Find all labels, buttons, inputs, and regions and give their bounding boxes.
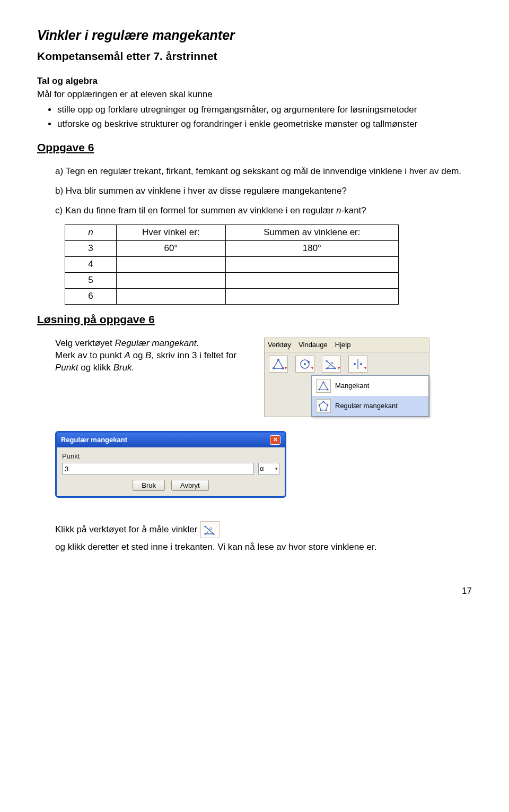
svg-point-10 <box>326 360 327 361</box>
chevron-down-icon: ▾ <box>311 366 313 372</box>
dialog-punkt-label: Punkt <box>62 452 279 461</box>
tool-angle-icon[interactable]: α ▾ <box>322 356 341 373</box>
angle-tool-icon[interactable]: α <box>200 521 220 538</box>
velg-pre: Velg verktøyet <box>55 338 115 348</box>
alpha-label: α <box>260 464 264 473</box>
tool-reflect-icon[interactable]: ▾ <box>348 356 367 373</box>
cell-each <box>117 272 226 288</box>
svg-point-16 <box>322 381 324 383</box>
angle-table: n Hver vinkel er: Summen av vinklene er:… <box>65 224 399 305</box>
alpha-dropdown[interactable]: α ▾ <box>258 463 279 474</box>
svg-point-25 <box>205 533 206 535</box>
cell-each: 60° <box>117 240 226 256</box>
item-c-post: -kant? <box>341 205 366 215</box>
merk-bruk: Bruk. <box>113 362 135 373</box>
flyout-regular-mangekant[interactable]: Regulær mangekant <box>312 396 428 416</box>
chevron-down-icon: ▾ <box>364 366 366 372</box>
svg-point-6 <box>308 361 310 363</box>
merk-m1: og <box>130 350 145 360</box>
toolbar-window: Verktøy Vindauge Hjelp ▾ ▾ α ▾ ▾ <box>264 338 429 417</box>
svg-point-5 <box>304 363 306 365</box>
svg-text:α: α <box>331 360 334 365</box>
svg-point-8 <box>326 367 327 369</box>
table-row: 5 <box>65 272 399 288</box>
merk-b: B, <box>145 350 154 360</box>
svg-point-21 <box>326 409 327 411</box>
svg-point-15 <box>318 388 320 390</box>
merk-punkt: Punkt <box>55 362 78 373</box>
merk-m3: og klikk <box>78 362 113 373</box>
regular-mangekant-dialog: Regulær mangekant ✕ Punkt α ▾ Bruk Avbry… <box>55 431 286 498</box>
tool-flyout: Mangekant Regulær mangekant <box>311 375 429 417</box>
oppgave-heading: Oppgave 6 <box>37 140 472 155</box>
svg-point-2 <box>277 359 279 361</box>
instruction-block: Velg verktøyet Regulær mangekant. Merk a… <box>37 338 251 374</box>
bullet-2: utforske og beskrive strukturer og foran… <box>57 118 472 131</box>
th-n: n <box>65 225 117 241</box>
cell-sum: 180° <box>225 240 398 256</box>
bruk-button[interactable]: Bruk <box>133 480 165 491</box>
item-b: b) Hva blir summen av vinklene i hver av… <box>55 185 472 197</box>
close-icon[interactable]: ✕ <box>270 435 280 445</box>
page-subtitle: Kompetansemål etter 7. årstrinnet <box>37 49 472 64</box>
page-title: Vinkler i regulære mangekanter <box>37 27 472 45</box>
losning-heading: Løsning på oppgave 6 <box>37 312 472 327</box>
svg-point-17 <box>327 388 328 390</box>
svg-marker-0 <box>274 360 283 368</box>
bullet-1: stille opp og forklare utregninger og fr… <box>57 104 472 116</box>
cell-each <box>117 256 226 272</box>
avbryt-button[interactable]: Avbryt <box>171 480 209 491</box>
table-row: 4 <box>65 256 399 272</box>
klikk-text-1: Klikk på verktøyet for å måle vinkler <box>55 524 197 536</box>
svg-point-9 <box>334 367 336 369</box>
cell-n: 3 <box>65 240 117 256</box>
flyout-regular-label: Regulær mangekant <box>335 401 398 411</box>
th-each: Hver vinkel er: <box>117 225 226 241</box>
regular-polygon-icon <box>316 399 331 413</box>
svg-point-19 <box>323 401 324 402</box>
flyout-mangekant[interactable]: Mangekant <box>312 376 428 396</box>
svg-marker-18 <box>319 402 328 410</box>
tool-polygon-icon[interactable]: ▾ <box>269 356 288 373</box>
menu-hjelp[interactable]: Hjelp <box>335 340 351 350</box>
table-row: 3 60° 180° <box>65 240 399 256</box>
cell-each <box>117 288 226 304</box>
klikk-text-2: og klikk deretter et sted inne i trekant… <box>55 541 376 554</box>
svg-point-22 <box>320 409 322 411</box>
section-heading: Tal og algebra <box>37 75 472 88</box>
chevron-down-icon: ▾ <box>338 366 340 372</box>
cell-n: 4 <box>65 256 117 272</box>
svg-point-23 <box>319 404 320 405</box>
merk-m2: skriv inn 3 i feltet for <box>154 350 236 360</box>
velg-ital: Regulær mangekant. <box>115 338 199 348</box>
svg-point-3 <box>282 367 284 369</box>
svg-marker-14 <box>319 382 328 390</box>
page-number: 17 <box>37 585 472 598</box>
merk-pre: Merk av to punkt <box>55 350 124 360</box>
flyout-mangekant-label: Mangekant <box>335 381 369 391</box>
tool-circle-icon[interactable]: ▾ <box>295 356 314 373</box>
polygon-icon <box>316 379 331 393</box>
svg-point-12 <box>354 363 356 365</box>
merk-a: A <box>124 350 130 360</box>
th-sum: Summen av vinklene er: <box>225 225 398 241</box>
menu-verktoy[interactable]: Verktøy <box>268 340 291 350</box>
menu-vindauge[interactable]: Vindauge <box>299 340 328 350</box>
punkt-input[interactable] <box>62 463 254 474</box>
chevron-down-icon: ▾ <box>275 465 278 472</box>
cell-sum <box>225 288 398 304</box>
cell-sum <box>225 272 398 288</box>
item-c: c) Kan du finne fram til en formel for s… <box>55 205 472 217</box>
table-row: 6 <box>65 288 399 304</box>
cell-n: 5 <box>65 272 117 288</box>
svg-point-13 <box>360 363 362 365</box>
item-c-pre: c) Kan du finne fram til en formel for s… <box>55 205 336 215</box>
dialog-title: Regulær mangekant <box>61 435 127 445</box>
cell-sum <box>225 256 398 272</box>
svg-point-27 <box>205 526 206 528</box>
item-c-ital: n <box>336 205 341 215</box>
svg-point-26 <box>213 533 215 535</box>
chevron-down-icon: ▾ <box>285 366 287 372</box>
svg-text:α: α <box>209 526 212 531</box>
section-sub: Mål for opplæringen er at eleven skal ku… <box>37 89 472 101</box>
